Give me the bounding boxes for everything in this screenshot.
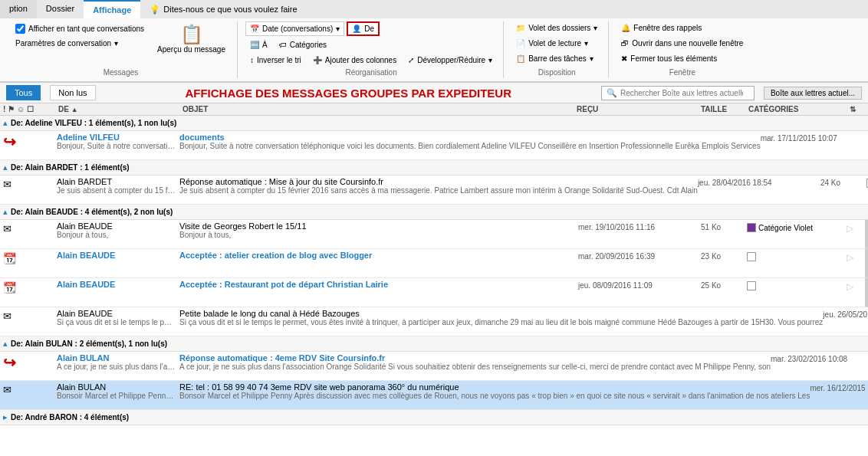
message-row-wrapper: 📆 Alain BEAUDE Acceptée : Restaurant pot… xyxy=(0,278,868,307)
table-row[interactable]: ✉ Alain BULAN Bonsoir Marcel et Philippe… xyxy=(0,381,868,410)
col-header-categories[interactable]: CATÉGORIES xyxy=(748,105,848,113)
table-row[interactable]: ✉ Alain BARDET Je suis absent à compter … xyxy=(0,176,868,205)
msg-size: 23 Ko xyxy=(701,251,747,261)
nouvelle-fenetre-btn[interactable]: 🗗 Ouvrir dans une nouvelle fenêtre xyxy=(616,37,748,50)
group-label: De: Alain BULAN : 2 élément(s), 1 non lu… xyxy=(11,340,167,348)
group-row[interactable]: ▸ De: André BARON : 4 élément(s) xyxy=(0,410,868,425)
msg-subject: RE: tel : 01 58 99 40 74 3eme RDV site w… xyxy=(179,382,810,392)
msg-icons: 📆 xyxy=(3,251,57,264)
a-btn[interactable]: 🔤 À xyxy=(245,38,272,51)
barre-taches-btn[interactable]: 📋 Barre des tâches ▾ xyxy=(511,52,598,65)
table-row[interactable]: 📆 Alain BEAUDE Acceptée : Restaurant pot… xyxy=(0,278,868,307)
volet-dossiers-btn[interactable]: 📁 Volet des dossiers ▾ xyxy=(511,21,602,34)
chevron-down-icon: ▾ xyxy=(114,39,118,48)
group-row[interactable]: ▴ De: Alain BEAUDE : 4 élément(s), 2 non… xyxy=(0,205,868,220)
a-label: À xyxy=(262,41,268,49)
msg-body-preview: Bonsoir Marcel et Philippe Penny Après d… xyxy=(179,392,810,400)
inverser-btn[interactable]: ↕ Inverser le tri xyxy=(245,54,306,67)
col-header-from[interactable]: DE ▲ xyxy=(58,105,181,113)
category-checkbox[interactable] xyxy=(747,281,756,290)
ribbon-group-disposition: 📁 Volet des dossiers ▾ 📄 Volet de lectur… xyxy=(505,21,609,78)
non-lus-btn[interactable]: Non lus xyxy=(50,85,95,100)
ribbon-group-fenetre: 🔔 Fenêtre des rappels 🗗 Ouvrir dans une … xyxy=(610,21,754,78)
msg-from-col: Adeline VILFEU Bonjour, Suite à notre co… xyxy=(57,133,179,150)
message-row-wrapper: ↪ Adeline VILFEU Bonjour, Suite à notre … xyxy=(0,131,868,160)
table-row[interactable]: ↪ Adeline VILFEU Bonjour, Suite à notre … xyxy=(0,131,868,160)
msg-categories xyxy=(747,280,847,290)
col-header-size[interactable]: TAILLE xyxy=(701,105,747,113)
table-row[interactable]: ✉ Alain BEAUDE Si ça vous dit et si le t… xyxy=(0,307,868,336)
ajouter-btn[interactable]: ➕ Ajouter des colonnes xyxy=(308,54,401,67)
date-conversations-btn[interactable]: 📅 Date (conversations) ▾ xyxy=(245,21,344,36)
calendar-icon: 📆 xyxy=(3,252,16,264)
col-header-subject[interactable]: OBJET xyxy=(182,105,575,113)
ribbon-fenetre-content: 🔔 Fenêtre des rappels 🗗 Ouvrir dans une … xyxy=(616,21,748,67)
mailbox-btn[interactable]: Boîte aux lettres actuel... xyxy=(764,87,862,100)
category-checkbox[interactable] xyxy=(747,252,756,261)
disposition-group-label: Disposition xyxy=(538,67,576,78)
categories-btn[interactable]: 🏷 Catégories xyxy=(275,38,331,51)
conversation-settings-btn[interactable]: Paramètres de conversation ▾ xyxy=(11,37,149,50)
msg-flag[interactable]: ▷ xyxy=(847,221,862,234)
volet-lecture-btn[interactable]: 📄 Volet de lecture ▾ xyxy=(511,37,593,50)
tous-btn[interactable]: Tous xyxy=(6,85,41,100)
ribbon: ption Dossier Affichage 💡 Dites-nous ce … xyxy=(0,0,868,83)
search-input[interactable] xyxy=(620,89,743,97)
search-box[interactable]: 🔍 xyxy=(601,86,755,100)
toolbar: Tous Non lus AFFICHAGE DES MESSAGES GROU… xyxy=(0,83,868,103)
msg-subject-col: Petite balade le long du canal à Hédé Ba… xyxy=(179,309,823,326)
msg-icons: 📆 xyxy=(3,280,57,294)
date-icon: 📅 xyxy=(250,25,259,33)
category-color-box xyxy=(747,223,756,232)
msg-subject: Acceptée : Restaurant pot de départ Chri… xyxy=(179,280,578,289)
developper-label: Développer/Réduire xyxy=(417,56,485,64)
tab-option[interactable]: ption xyxy=(0,0,37,18)
group-row[interactable]: ▴ De: Adeline VILFEU : 1 élément(s), 1 n… xyxy=(0,116,868,131)
conversations-label: Afficher en tant que conversations xyxy=(28,25,144,33)
category-label: Catégorie Violet xyxy=(758,224,813,232)
msg-icons: ↪ xyxy=(3,353,57,370)
msg-body-line1: Je suis absent à compter du 15 février 2… xyxy=(57,186,176,195)
msg-flag[interactable]: ▷ xyxy=(847,251,862,263)
msg-from-col: Alain BARDET Je suis absent à compter du… xyxy=(57,177,179,195)
group-label: De: Alain BEAUDE : 4 élément(s), 2 non l… xyxy=(11,208,173,216)
tab-affichage[interactable]: Affichage xyxy=(84,0,140,18)
msg-categories xyxy=(747,251,847,261)
nouvelle-fenetre-icon: 🗗 xyxy=(621,39,629,48)
msg-received: mar. 23/02/2016 10:08 xyxy=(771,353,868,363)
tab-help[interactable]: 💡 Dites-nous ce que vous voulez faire xyxy=(140,0,306,18)
fermer-tout-icon: ✖ xyxy=(621,54,627,63)
message-row-wrapper: ✉ Alain BARDET Je suis absent à compter … xyxy=(0,176,868,205)
preview-btn[interactable]: 📋 Aperçu du message xyxy=(152,21,231,57)
col-header-received[interactable]: REÇU xyxy=(577,105,699,113)
envelope-icon: ✉ xyxy=(3,384,12,395)
conversations-checkbox[interactable] xyxy=(15,24,25,34)
expand-icon: ▴ xyxy=(3,207,8,217)
de-btn[interactable]: 👤 De xyxy=(347,21,380,36)
col-header-icons[interactable]: ! ⚑ ☺ ☐ xyxy=(3,105,57,113)
date-label: Date (conversations) xyxy=(262,25,333,33)
table-row[interactable]: 📆 Alain BEAUDE Acceptée : atelier creati… xyxy=(0,249,868,278)
msg-body-line1: Si ça vous dit et si le temps le permet,… xyxy=(57,318,176,326)
rappels-btn[interactable]: 🔔 Fenêtre des rappels xyxy=(616,21,706,34)
barre-taches-icon: 📋 xyxy=(516,54,525,63)
msg-subject-col: Acceptée : atelier creation de blog avec… xyxy=(179,251,578,260)
table-row[interactable]: ✉ Alain BEAUDE Bonjour à tous, Visite de… xyxy=(0,220,868,249)
group-row[interactable]: ▴ De: Alain BULAN : 2 élément(s), 1 non … xyxy=(0,336,868,352)
envelope-icon: ✉ xyxy=(3,179,12,190)
msg-from: Alain BEAUDE xyxy=(57,251,179,260)
conversation-settings-label: Paramètres de conversation xyxy=(15,39,111,48)
msg-flag[interactable]: ▷ xyxy=(847,280,862,292)
tab-dossier[interactable]: Dossier xyxy=(37,0,84,18)
table-row[interactable]: ↪ Alain BULAN A ce jour, je ne suis plus… xyxy=(0,352,868,381)
arrangement-top-row: 📅 Date (conversations) ▾ 👤 De xyxy=(245,21,380,36)
group-row[interactable]: ▴ De: Alain BARDET : 1 élément(s) xyxy=(0,160,868,176)
msg-body-preview: A ce jour, je ne suis plus dans l'associ… xyxy=(179,363,771,371)
conversations-checkbox-btn[interactable]: Afficher en tant que conversations xyxy=(11,21,149,36)
categories-icon: 🏷 xyxy=(279,41,287,49)
msg-from: Alain BEAUDE xyxy=(57,221,179,231)
fermer-tout-btn[interactable]: ✖ Fermer tous les éléments xyxy=(616,52,722,65)
msg-subject-col: documents Bonjour, Suite à notre convers… xyxy=(179,133,761,150)
developper-btn[interactable]: ⤢ Développer/Réduire ▾ xyxy=(403,54,497,67)
msg-from: Alain BEAUDE xyxy=(57,280,179,289)
